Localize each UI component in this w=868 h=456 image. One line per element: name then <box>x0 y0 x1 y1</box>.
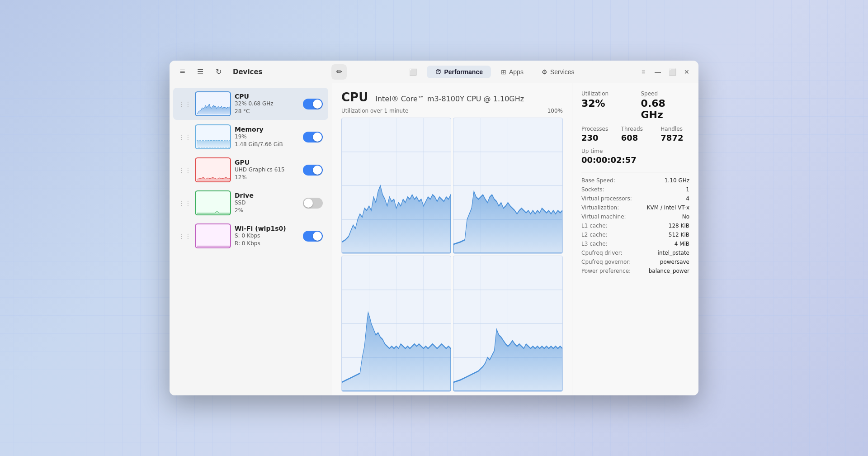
charts-grid <box>332 118 572 395</box>
sidebar-toggle-btn[interactable]: ⬜ <box>401 66 425 78</box>
drag-handle-drive: ⋮⋮ <box>179 200 191 207</box>
tab-apps-label: Apps <box>509 68 524 76</box>
divider-1 <box>581 172 689 172</box>
info-key: L2 cache: <box>581 232 608 238</box>
drive-stat2: 2% <box>235 207 299 214</box>
cpu-chart-2 <box>453 118 563 254</box>
titlebar: ≣ ☰ ↻ Devices ✏ ⬜ ⏱ Performance ⊞ A <box>170 61 698 83</box>
uptime-label: Up time <box>581 148 689 154</box>
cpu-thumbnail <box>195 91 231 116</box>
info-val: powersave <box>660 259 689 265</box>
drag-handle-wifi: ⋮⋮ <box>179 233 191 240</box>
tab-performance-label: Performance <box>444 68 483 76</box>
threads-value: 608 <box>621 133 650 142</box>
util-stat-label: Utilization <box>581 90 630 97</box>
handles-value: 7872 <box>660 133 689 142</box>
drive-toggle[interactable] <box>303 198 323 209</box>
gpu-stat2: 12% <box>235 174 299 181</box>
cpu-chart-1 <box>341 118 451 254</box>
drive-stat1: SSD <box>235 199 299 207</box>
info-val: No <box>682 214 689 220</box>
perf-subheader: Utilization over 1 minute 100% <box>332 108 572 118</box>
gpu-thumbnail <box>195 157 231 182</box>
sidebar-collapse-icon: ≣ <box>179 67 185 76</box>
drive-name: Drive <box>235 192 299 199</box>
close-icon: ✕ <box>684 68 689 76</box>
services-icon: ⚙ <box>542 68 547 76</box>
perf-device-name: CPU <box>341 90 368 104</box>
cpu-info-table: Base Speed: 1.10 GHz Sockets: 1 Virtual … <box>581 176 689 276</box>
info-key: Virtual machine: <box>581 214 626 220</box>
wifi-toggle[interactable] <box>303 231 323 242</box>
cpu-chart-3 <box>341 256 451 392</box>
sidebar-item-memory[interactable]: ⋮⋮ Memory 19% 1.48 <box>173 121 328 153</box>
stats-row-1: Utilization 32% Speed 0.68 GHz <box>581 90 689 120</box>
handles-label: Handles <box>660 126 689 132</box>
sidebar-item-wifi[interactable]: ⋮⋮ Wi-Fi (wlp1s0) S: 0 Kbps R: 0 Kbps <box>173 220 328 252</box>
info-key: Cpufreq driver: <box>581 250 622 256</box>
minimize-btn[interactable]: — <box>651 66 664 78</box>
tab-apps[interactable]: ⊞ Apps <box>493 66 532 78</box>
processes-label: Processes <box>581 126 610 132</box>
perf-cpu-model: Intel® Core™ m3-8100Y CPU @ 1.10GHz <box>375 95 524 103</box>
drag-handle-gpu: ⋮⋮ <box>179 166 191 174</box>
processes-value: 230 <box>581 133 610 142</box>
sidebar-collapse-btn[interactable]: ≣ <box>175 65 189 79</box>
info-val: 4 <box>686 195 689 202</box>
info-row: Virtual processors: 4 <box>581 194 689 203</box>
util-stat-value: 32% <box>581 98 630 109</box>
gpu-name: GPU <box>235 159 299 166</box>
cpu-info: CPU 32% 0.68 GHz 28 °C <box>235 93 299 115</box>
cpu-toggle[interactable] <box>303 99 323 109</box>
info-key: Cpufreq governor: <box>581 259 631 265</box>
menu-icon: ≡ <box>642 68 645 76</box>
info-row: Virtual machine: No <box>581 212 689 221</box>
stat-utilization: Utilization 32% <box>581 90 630 120</box>
edit-btn[interactable]: ✏ <box>331 64 347 80</box>
wifi-stat1: S: 0 Kbps <box>235 232 299 240</box>
info-row: Power preference: balance_power <box>581 266 689 276</box>
uptime-value: 00:00:02:57 <box>581 155 689 165</box>
info-row: L1 cache: 128 KiB <box>581 221 689 230</box>
minimize-icon: — <box>655 68 661 76</box>
info-key: Virtual processors: <box>581 195 632 202</box>
list-view-btn[interactable]: ☰ <box>193 65 208 79</box>
main-content: ⋮⋮ CPU 32% 0.68 GHz <box>170 83 698 395</box>
memory-thumbnail <box>195 124 231 149</box>
info-row: Cpufreq governor: powersave <box>581 257 689 266</box>
stats-row-2: Processes 230 Threads 608 Handles 7872 <box>581 126 689 142</box>
pencil-icon: ✏ <box>336 67 342 76</box>
drag-handle-memory: ⋮⋮ <box>179 133 191 141</box>
close-btn[interactable]: ✕ <box>680 66 693 78</box>
tab-performance[interactable]: ⏱ Performance <box>427 66 491 78</box>
tab-services[interactable]: ⚙ Services <box>533 66 583 78</box>
stat-speed: Speed 0.68 GHz <box>641 90 690 120</box>
apps-icon: ⊞ <box>501 68 506 76</box>
wifi-info: Wi-Fi (wlp1s0) S: 0 Kbps R: 0 Kbps <box>235 225 299 247</box>
sidebar: ⋮⋮ CPU 32% 0.68 GHz <box>170 83 332 395</box>
menu-btn[interactable]: ≡ <box>637 66 650 78</box>
info-val: 1 <box>686 186 689 193</box>
cpu-stat2: 28 °C <box>235 108 299 115</box>
performance-icon: ⏱ <box>435 68 441 76</box>
maximize-btn[interactable]: ⬜ <box>666 66 679 78</box>
wifi-stat2: R: 0 Kbps <box>235 240 299 247</box>
tab-services-label: Services <box>550 68 575 76</box>
info-row: L3 cache: 4 MiB <box>581 239 689 248</box>
info-key: Virtualization: <box>581 204 619 211</box>
gpu-toggle[interactable] <box>303 165 323 176</box>
sidebar-item-drive[interactable]: ⋮⋮ Drive SSD 2% <box>173 187 328 219</box>
memory-stat1: 19% <box>235 133 299 141</box>
memory-toggle[interactable] <box>303 132 323 142</box>
info-row: Sockets: 1 <box>581 185 689 194</box>
speed-stat-value: 0.68 GHz <box>641 98 690 120</box>
gpu-stat1: UHD Graphics 615 <box>235 166 299 174</box>
info-val: 1.10 GHz <box>665 177 689 184</box>
refresh-btn[interactable]: ↻ <box>211 65 226 79</box>
gpu-info: GPU UHD Graphics 615 12% <box>235 159 299 181</box>
sidebar-item-gpu[interactable]: ⋮⋮ GPU UHD Graphics 615 <box>173 154 328 186</box>
drive-thumbnail <box>195 190 231 215</box>
sidebar-item-cpu[interactable]: ⋮⋮ CPU 32% 0.68 GHz <box>173 88 328 120</box>
window-controls: ≡ — ⬜ ✕ <box>637 66 693 78</box>
cpu-name: CPU <box>235 93 299 100</box>
